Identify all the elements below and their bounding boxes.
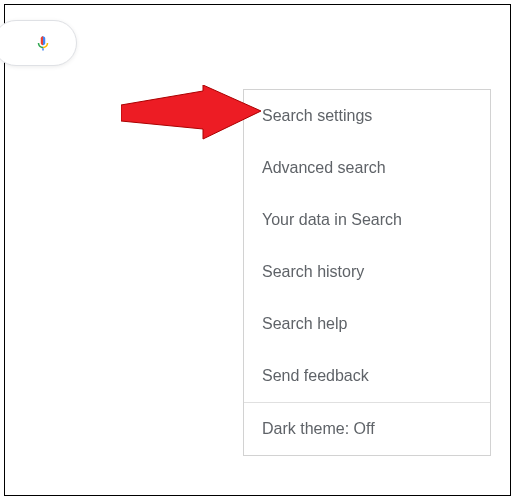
page-frame: Search settings Advanced search Your dat… bbox=[4, 4, 511, 496]
menu-item-search-help[interactable]: Search help bbox=[244, 298, 490, 350]
settings-menu: Search settings Advanced search Your dat… bbox=[243, 89, 491, 456]
svg-marker-1 bbox=[121, 85, 261, 139]
microphone-icon[interactable] bbox=[34, 31, 52, 55]
menu-item-your-data[interactable]: Your data in Search bbox=[244, 194, 490, 246]
menu-item-send-feedback[interactable]: Send feedback bbox=[244, 350, 490, 402]
menu-item-advanced-search[interactable]: Advanced search bbox=[244, 142, 490, 194]
menu-item-search-settings[interactable]: Search settings bbox=[244, 90, 490, 142]
menu-item-dark-theme[interactable]: Dark theme: Off bbox=[244, 403, 490, 455]
search-bar-fragment[interactable] bbox=[0, 20, 77, 66]
menu-item-search-history[interactable]: Search history bbox=[244, 246, 490, 298]
annotation-arrow-icon bbox=[121, 85, 261, 143]
svg-rect-0 bbox=[42, 48, 44, 50]
